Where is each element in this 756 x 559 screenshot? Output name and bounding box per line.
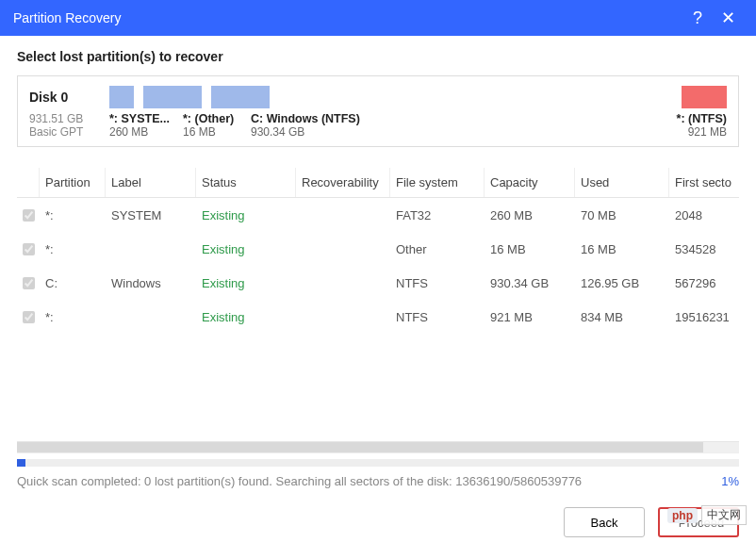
content-area: Select lost partition(s) to recover Disk…: [0, 36, 756, 488]
progress-bar-fill: [17, 459, 25, 467]
horizontal-scrollbar[interactable]: [17, 441, 739, 452]
header-first-sector[interactable]: First secto: [669, 168, 737, 197]
disk-meta: 931.51 GB Basic GPT: [29, 112, 100, 139]
cell-status: Existing: [196, 310, 296, 324]
cell-filesystem: NTFS: [390, 276, 485, 290]
cell-capacity: 930.34 GB: [485, 276, 575, 290]
cell-first-sector: 567296: [669, 276, 737, 290]
back-button[interactable]: Back: [564, 507, 645, 537]
cell-capacity: 260 MB: [485, 208, 575, 222]
partition-summary-2: *: (Other) 16 MB: [183, 112, 251, 139]
cell-first-sector: 2048: [669, 208, 737, 222]
cell-filesystem: Other: [390, 242, 485, 256]
close-icon[interactable]: ✕: [713, 8, 743, 28]
header-partition[interactable]: Partition: [40, 168, 106, 197]
header-capacity[interactable]: Capacity: [485, 168, 575, 197]
cell-used: 834 MB: [575, 310, 669, 324]
partition-bar-windows[interactable]: [211, 86, 270, 108]
header-recoverability[interactable]: Recoverability: [296, 168, 390, 197]
table-header-row: Partition Label Status Recoverability Fi…: [17, 168, 739, 198]
window-title: Partition Recovery: [13, 10, 682, 25]
cell-label: SYSTEM: [106, 208, 196, 222]
table-body: *:SYSTEMExistingFAT32260 MB70 MB2048*:Ex…: [17, 198, 739, 439]
partition-summary-3: C: Windows (NTFS) 930.34 GB: [251, 112, 670, 139]
button-row: Back Proceed: [0, 488, 756, 551]
cell-status: Existing: [196, 242, 296, 256]
cell-capacity: 921 MB: [485, 310, 575, 324]
status-percent: 1%: [721, 474, 739, 488]
header-status[interactable]: Status: [196, 168, 296, 197]
cell-partition: *:: [40, 310, 106, 324]
status-text: Quick scan completed: 0 lost partition(s…: [17, 474, 721, 488]
titlebar: Partition Recovery ? ✕: [0, 0, 756, 36]
disk-info: Disk 0: [29, 90, 100, 105]
cell-first-sector: 534528: [669, 242, 737, 256]
header-checkbox: [17, 168, 40, 197]
cell-partition: C:: [40, 276, 106, 290]
table-row[interactable]: *:SYSTEMExistingFAT32260 MB70 MB2048: [17, 198, 739, 232]
disk-summary: Disk 0 931.51 GB Basic GPT *: SYSTE... 2…: [17, 75, 739, 147]
cell-partition: *:: [40, 242, 106, 256]
horizontal-scrollbar-thumb[interactable]: [17, 442, 703, 452]
row-checkbox[interactable]: [23, 243, 35, 255]
row-checkbox[interactable]: [23, 311, 35, 323]
proceed-button[interactable]: Proceed: [658, 507, 739, 537]
header-used[interactable]: Used: [575, 168, 669, 197]
partition-bar-ntfs[interactable]: [682, 86, 727, 108]
page-heading: Select lost partition(s) to recover: [17, 49, 739, 64]
partition-summary-4: *: (NTFS) 921 MB: [670, 112, 727, 139]
cell-first-sector: 19516231: [669, 310, 737, 324]
header-label[interactable]: Label: [106, 168, 196, 197]
cell-partition: *:: [40, 208, 106, 222]
cell-capacity: 16 MB: [485, 242, 575, 256]
cell-status: Existing: [196, 276, 296, 290]
cell-status: Existing: [196, 208, 296, 222]
partition-summary-1: *: SYSTE... 260 MB: [109, 112, 183, 139]
header-filesystem[interactable]: File system: [390, 168, 485, 197]
cell-used: 126.95 GB: [575, 276, 669, 290]
row-checkbox[interactable]: [23, 209, 35, 222]
cell-filesystem: FAT32: [390, 208, 485, 222]
partition-bar-system[interactable]: [109, 86, 134, 108]
cell-used: 70 MB: [575, 208, 669, 222]
disk-name: Disk 0: [29, 90, 100, 105]
table-row[interactable]: *:ExistingNTFS921 MB834 MB19516231: [17, 300, 739, 334]
disk-size: 931.51 GB: [29, 112, 100, 125]
table-row[interactable]: C:WindowsExistingNTFS930.34 GB126.95 GB5…: [17, 266, 739, 300]
table-row[interactable]: *:ExistingOther16 MB16 MB534528: [17, 232, 739, 266]
progress-bar: [17, 459, 739, 467]
partition-table: Partition Label Status Recoverability Fi…: [17, 168, 739, 453]
cell-used: 16 MB: [575, 242, 669, 256]
row-checkbox[interactable]: [23, 277, 35, 289]
help-icon[interactable]: ?: [682, 8, 713, 28]
cell-label: Windows: [106, 276, 196, 290]
disk-type: Basic GPT: [29, 125, 100, 139]
status-line: Quick scan completed: 0 lost partition(s…: [17, 474, 739, 488]
partition-bar-other[interactable]: [143, 86, 202, 108]
cell-filesystem: NTFS: [390, 310, 485, 324]
